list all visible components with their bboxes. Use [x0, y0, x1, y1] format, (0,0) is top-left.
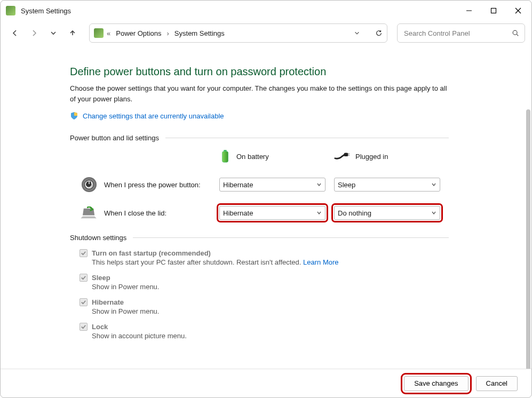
option-description: Show in Power menu. — [92, 307, 449, 315]
row-label: When I close the lid: — [104, 209, 219, 217]
search-input[interactable] — [403, 29, 512, 38]
lock-checkbox — [80, 323, 88, 331]
power-button-icon — [81, 176, 98, 193]
svg-line-5 — [517, 34, 518, 36]
divider — [133, 237, 449, 238]
search-icon — [512, 29, 519, 37]
window-frame: System Settings « Power Options › — [0, 0, 532, 398]
close-icon — [514, 7, 522, 14]
close-button[interactable] — [506, 2, 530, 19]
breadcrumb-prefix: « — [107, 29, 110, 37]
content-area: Define power buttons and turn on passwor… — [1, 45, 531, 369]
svg-rect-1 — [491, 9, 496, 13]
dropdown-value: Hibernate — [223, 209, 253, 217]
chevron-down-icon — [316, 182, 322, 187]
chevron-right-icon: › — [167, 29, 169, 37]
row-label: When I press the power button: — [104, 181, 219, 189]
svg-rect-7 — [222, 152, 228, 162]
change-unavailable-settings-link[interactable]: Change settings that are currently unava… — [83, 112, 224, 120]
row-power-button: When I press the power button: Hibernate… — [81, 173, 449, 203]
chevron-down-icon[interactable] — [354, 30, 360, 36]
section-shutdown: Shutdown settings — [70, 234, 449, 242]
option-description: Show in account picture menu. — [92, 332, 449, 340]
option-description: Show in Power menu. — [92, 283, 449, 291]
dropdown-value: Hibernate — [223, 181, 253, 189]
option-title: Turn on fast startup (recommended) — [92, 249, 211, 257]
option-title: Lock — [92, 323, 108, 331]
option-description: This helps start your PC faster after sh… — [92, 258, 449, 266]
chevron-down-icon — [316, 210, 322, 216]
forward-button[interactable] — [26, 25, 42, 41]
learn-more-link[interactable]: Learn More — [303, 258, 338, 266]
app-icon — [6, 6, 15, 15]
breadcrumb-item-system-settings[interactable]: System Settings — [172, 28, 227, 38]
search-box[interactable] — [397, 23, 525, 43]
dropdown-value: Do nothing — [338, 209, 371, 217]
grid-header: On battery Plugged in — [81, 149, 449, 163]
footer: Save changes Cancel — [1, 369, 531, 397]
power-grid: On battery Plugged in — [81, 149, 449, 229]
close-lid-plugged-dropdown[interactable]: Do nothing — [334, 206, 440, 220]
laptop-lid-icon — [81, 206, 98, 219]
battery-icon — [219, 149, 231, 163]
option-sleep: Sleep Show in Power menu. — [80, 274, 449, 291]
maximize-button[interactable] — [481, 2, 506, 19]
svg-point-4 — [513, 30, 517, 35]
window-title: System Settings — [21, 7, 71, 15]
uac-shield-icon — [70, 112, 78, 120]
desc-text: This helps start your PC faster after sh… — [92, 258, 303, 266]
scrollbar[interactable] — [526, 109, 530, 369]
cancel-button[interactable]: Cancel — [476, 376, 518, 391]
breadcrumb-item-power-options[interactable]: Power Options — [114, 28, 163, 38]
back-arrow-icon — [11, 29, 19, 37]
page-description: Choose the power settings that you want … — [70, 83, 449, 104]
option-fast-startup: Turn on fast startup (recommended) This … — [80, 249, 449, 266]
sleep-checkbox — [80, 274, 88, 282]
plug-icon — [334, 152, 350, 161]
forward-arrow-icon — [30, 29, 38, 37]
section-label-text: Power button and lid settings — [70, 134, 159, 142]
back-button[interactable] — [7, 25, 23, 41]
chevron-down-icon — [431, 210, 436, 216]
column-label: On battery — [236, 153, 269, 161]
recent-button[interactable] — [45, 25, 61, 41]
dropdown-value: Sleep — [338, 181, 355, 189]
close-lid-battery-dropdown[interactable]: Hibernate — [219, 206, 325, 220]
hibernate-checkbox — [80, 298, 88, 306]
option-title: Sleep — [92, 274, 110, 282]
column-plugged-in: Plugged in — [334, 152, 449, 161]
page-title: Define power buttons and turn on passwor… — [70, 66, 449, 78]
chevron-down-icon — [431, 182, 436, 187]
svg-rect-6 — [224, 150, 227, 152]
title-bar: System Settings — [1, 1, 531, 21]
maximize-icon — [490, 7, 497, 14]
divider — [165, 138, 449, 138]
minimize-button[interactable] — [457, 2, 481, 19]
svg-rect-8 — [344, 153, 348, 156]
power-button-battery-dropdown[interactable]: Hibernate — [219, 178, 325, 192]
column-on-battery: On battery — [219, 149, 334, 163]
minimize-icon — [466, 7, 472, 14]
option-hibernate: Hibernate Show in Power menu. — [80, 298, 449, 315]
save-button[interactable]: Save changes — [404, 376, 468, 391]
refresh-icon[interactable] — [375, 29, 383, 37]
option-title: Hibernate — [92, 298, 124, 306]
row-close-lid: When I close the lid: Hibernate Do nothi… — [81, 203, 449, 229]
option-lock: Lock Show in account picture menu. — [80, 323, 449, 340]
chevron-down-icon — [50, 29, 57, 37]
up-button[interactable] — [65, 25, 81, 41]
shutdown-settings: Turn on fast startup (recommended) This … — [80, 249, 449, 340]
folder-icon — [94, 28, 104, 38]
section-power-lid: Power button and lid settings — [70, 134, 449, 142]
section-label-text: Shutdown settings — [70, 234, 126, 242]
address-bar[interactable]: « Power Options › System Settings — [89, 23, 387, 43]
admin-link-row: Change settings that are currently unava… — [70, 112, 449, 120]
column-label: Plugged in — [355, 153, 388, 161]
up-arrow-icon — [69, 29, 76, 37]
power-button-plugged-dropdown[interactable]: Sleep — [334, 178, 440, 192]
toolbar: « Power Options › System Settings — [1, 21, 531, 45]
fast-startup-checkbox — [80, 249, 88, 257]
